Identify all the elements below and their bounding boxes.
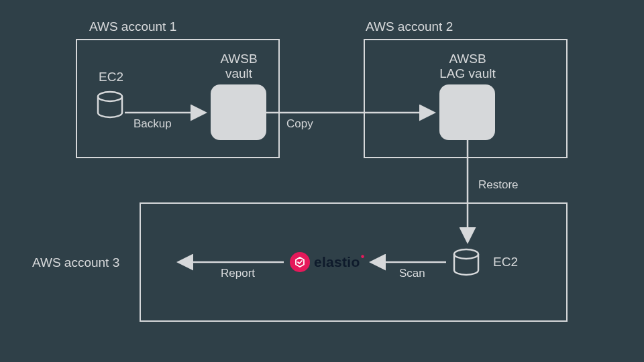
- account-3-label: AWS account 3: [32, 255, 119, 270]
- ec2-icon: [95, 90, 125, 119]
- elastio-icon: [290, 252, 310, 272]
- flow-restore-label: Restore: [478, 178, 519, 192]
- vault-1-label: AWSB vault: [205, 52, 272, 81]
- ec2-1-label: EC2: [99, 70, 123, 84]
- flow-scan-label: Scan: [399, 267, 425, 280]
- vault-1-line1: AWSB: [220, 52, 257, 66]
- vault-1-line2: vault: [225, 66, 252, 80]
- elastio-label: elastio•: [314, 254, 360, 270]
- vault-2: [439, 84, 495, 140]
- vault-1: [211, 84, 266, 140]
- vault-2-label: AWSB LAG vault: [434, 52, 501, 81]
- ec2-2-icon: [451, 247, 481, 277]
- flow-copy-label: Copy: [286, 117, 313, 131]
- elastio-trademark-dot: •: [361, 251, 365, 263]
- ec2-2-label: EC2: [493, 255, 518, 269]
- vault-2-line2: LAG vault: [439, 66, 495, 80]
- arrow-restore: [458, 140, 478, 249]
- svg-point-1: [454, 249, 478, 259]
- flow-report-label: Report: [221, 267, 255, 280]
- flow-backup-label: Backup: [133, 117, 172, 131]
- account-1-label: AWS account 1: [89, 19, 176, 34]
- vault-2-line1: AWSB: [449, 52, 486, 66]
- account-2-label: AWS account 2: [366, 19, 453, 34]
- svg-point-0: [98, 92, 122, 101]
